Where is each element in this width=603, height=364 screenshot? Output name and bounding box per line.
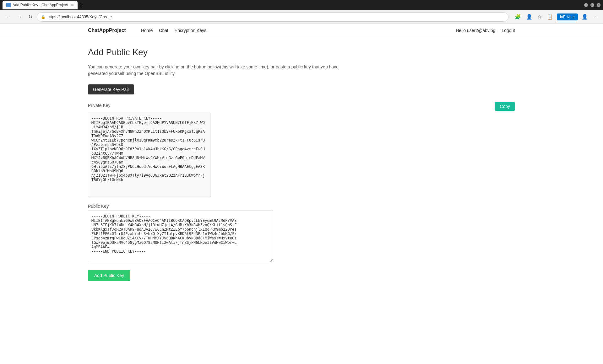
- tab-favicon: [6, 3, 11, 7]
- browser-tab[interactable]: Add Public Key - ChatAppProject ✕: [3, 1, 78, 9]
- nav-link-home[interactable]: Home: [141, 28, 153, 33]
- settings-menu-button[interactable]: ⋯: [592, 13, 599, 21]
- public-key-label: Public Key: [88, 204, 515, 209]
- page-title: Add Public Key: [88, 47, 515, 57]
- new-tab-button[interactable]: +: [79, 2, 82, 8]
- extensions-button[interactable]: 🧩: [513, 13, 522, 21]
- add-public-key-button[interactable]: Add Public Key: [88, 270, 130, 281]
- inprivate-button[interactable]: InPrivate: [557, 13, 578, 20]
- browser-addressbar: ← → ↻ 🔒 https://localhost:44335/Keys/Cre…: [0, 10, 603, 24]
- tab-title: Add Public Key - ChatAppProject: [13, 3, 68, 7]
- user-avatar-button[interactable]: 👤: [580, 13, 589, 21]
- browser-actions: 🧩 👤 ☆ 📋 InPrivate 👤 ⋯: [513, 13, 599, 21]
- nav-links: Home Chat Encryption Keys: [141, 28, 206, 33]
- app-brand: ChatAppProject: [88, 28, 126, 33]
- private-key-header: Private Key Copy: [88, 102, 515, 111]
- user-greeting: Hello user2@abv.bg!: [456, 28, 497, 33]
- copy-button[interactable]: Copy: [495, 102, 515, 111]
- collections-button[interactable]: 📋: [546, 13, 554, 21]
- address-text: https://localhost:44335/Keys/Create: [47, 14, 112, 19]
- browser-titlebar: Add Public Key - ChatAppProject ✕ + — □ …: [0, 0, 603, 10]
- public-key-textarea[interactable]: [88, 211, 273, 262]
- nav-right: Hello user2@abv.bg! Logout: [456, 28, 515, 33]
- generate-key-pair-button[interactable]: Generate Key Pair: [88, 84, 134, 94]
- maximize-button[interactable]: □: [590, 3, 594, 7]
- nav-link-encryption-keys[interactable]: Encryption Keys: [175, 28, 206, 33]
- private-key-label: Private Key: [88, 103, 111, 108]
- logout-link[interactable]: Logout: [502, 28, 515, 33]
- refresh-button[interactable]: ↻: [26, 13, 34, 21]
- private-key-section: Private Key Copy: [88, 102, 515, 197]
- close-button[interactable]: ✕: [597, 3, 600, 7]
- minimize-button[interactable]: —: [584, 3, 588, 7]
- public-key-section: Public Key: [88, 204, 515, 262]
- favorites-button[interactable]: ☆: [536, 13, 543, 21]
- lock-icon: 🔒: [41, 15, 46, 19]
- page-description: You can generate your own key pair by cl…: [88, 64, 339, 77]
- profile-button[interactable]: 👤: [525, 13, 534, 21]
- tab-close-btn[interactable]: ✕: [71, 3, 74, 7]
- forward-button[interactable]: →: [15, 13, 24, 21]
- window-controls: — □ ✕: [584, 3, 600, 7]
- app-navbar: ChatAppProject Home Chat Encryption Keys…: [0, 24, 603, 37]
- back-button[interactable]: ←: [4, 13, 13, 21]
- nav-link-chat[interactable]: Chat: [159, 28, 168, 33]
- private-key-textarea[interactable]: [88, 113, 210, 197]
- address-bar[interactable]: 🔒 https://localhost:44335/Keys/Create: [37, 12, 508, 22]
- main-content: Add Public Key You can generate your own…: [0, 37, 603, 362]
